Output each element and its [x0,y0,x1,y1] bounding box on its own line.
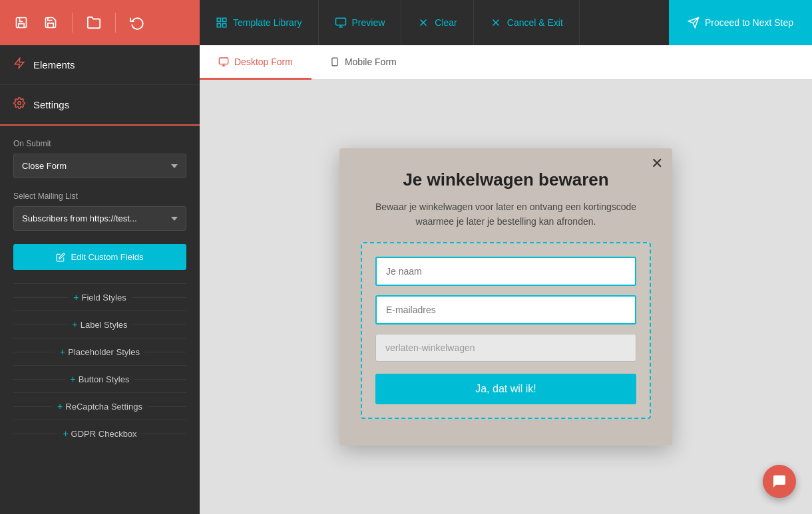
toolbar-right: Template Library Preview Clear Cancel & … [200,0,812,45]
sidebar: Elements Settings On Submit Close Form S… [0,45,200,514]
modal-description: Bewaar je winkelwagen voor later en ontv… [361,199,651,229]
folder-icon [87,15,101,30]
tab-desktop[interactable]: Desktop Form [200,46,311,80]
template-library-icon [216,17,228,29]
open-folder-button[interactable] [83,12,104,33]
accordion-text: Label Styles [81,320,128,330]
accordion-plus-icon: + [63,428,68,439]
edit-custom-fields-label: Edit Custom Fields [71,252,143,262]
email-input[interactable] [375,295,636,324]
accordion-item[interactable]: + GDPR Checkbox [13,420,186,447]
on-submit-select[interactable]: Close Form [13,154,186,178]
save-alt-button[interactable] [40,12,61,33]
proceed-button[interactable]: Proceed to Next Step [669,0,812,45]
accordion-item[interactable]: + Placeholder Styles [13,338,186,365]
accordion-label: + GDPR Checkbox [57,428,142,439]
preview-label: Preview [352,17,385,28]
chat-icon [771,473,787,489]
clear-label: Clear [435,17,457,28]
save-button[interactable] [11,12,32,33]
accordion-item[interactable]: + Button Styles [13,365,186,392]
undo-icon [130,15,144,30]
svg-point-15 [18,102,21,105]
svg-rect-2 [223,18,226,21]
accordion-item[interactable]: + Label Styles [13,311,186,338]
edit-icon [56,253,65,262]
toolbar-divider [72,13,73,33]
svg-marker-14 [15,59,24,68]
accordion-line-right [133,324,187,325]
clear-icon [417,17,429,29]
accordion-line-left [13,324,67,325]
accordion-item[interactable]: + Field Styles [13,283,186,311]
accordion-line-left [13,297,68,298]
sidebar-item-elements[interactable]: Elements [0,45,200,85]
accordion-plus-icon: + [57,401,63,412]
modal-form: verlaten-winkelwagen Ja, dat wil ik! [361,242,651,419]
svg-rect-5 [335,18,345,25]
tab-desktop-label: Desktop Form [234,57,293,67]
accordion-plus-icon: + [73,319,78,330]
elements-label: Elements [33,59,75,70]
canvas: ✕ Je winkelwagen bewaren Bewaar je winke… [200,80,812,514]
accordion-text: Field Styles [82,293,126,303]
toolbar-left [0,0,200,45]
accordion-text: Button Styles [79,374,130,384]
clear-button[interactable]: Clear [401,0,473,45]
modal-submit-button[interactable]: Ja, dat wil ik! [375,374,636,404]
preview-icon [335,17,347,29]
mailing-list-select[interactable]: Subscribers from https://test... [13,206,186,231]
accordion-line-right [132,297,186,298]
content-area: Desktop Form Mobile Form ✕ Je winkelwage… [200,45,812,514]
accordion-item[interactable]: + ReCaptcha Settings [13,392,186,420]
modal-popup: ✕ Je winkelwagen bewaren Bewaar je winke… [339,148,672,446]
elements-icon [13,57,25,72]
main-area: Elements Settings On Submit Close Form S… [0,45,812,514]
accordion-container: + Field Styles + Label Styles + Placehol… [13,283,186,447]
accordion-line-right [148,406,186,407]
chat-bubble-button[interactable] [763,465,796,498]
cancel-exit-label: Cancel & Exit [507,17,563,28]
accordion-line-left [13,379,65,380]
accordion-plus-icon: + [73,292,79,303]
on-submit-label: On Submit [13,139,186,148]
accordion-label: + Field Styles [68,292,131,303]
modal-close-button[interactable]: ✕ [651,156,663,171]
accordion-line-right [142,434,186,434]
accordion-text: GDPR Checkbox [71,429,137,439]
accordion-label: + Placeholder Styles [55,346,145,357]
accordion-line-right [134,379,186,380]
accordion-text: Placeholder Styles [68,347,140,357]
tabs-bar: Desktop Form Mobile Form [200,45,812,80]
undo-button[interactable] [126,12,148,33]
accordion-line-left [13,434,57,434]
name-input[interactable] [375,257,636,286]
accordion-label: + Button Styles [65,374,135,384]
tab-mobile[interactable]: Mobile Form [311,46,415,80]
accordion-line-left [13,406,52,407]
edit-custom-fields-button[interactable]: Edit Custom Fields [13,244,186,270]
toolbar-divider-2 [115,13,116,33]
accordion-line-right [145,352,186,352]
template-library-button[interactable]: Template Library [200,0,319,45]
svg-rect-3 [223,24,226,27]
cancel-exit-button[interactable]: Cancel & Exit [474,0,580,45]
svg-rect-0 [17,18,27,28]
mailing-list-group: Select Mailing List Subscribers from htt… [13,192,186,231]
tab-mobile-label: Mobile Form [345,57,397,67]
toolbar: Template Library Preview Clear Cancel & … [0,0,812,45]
accordion-line-left [13,352,55,352]
svg-rect-19 [332,58,337,66]
sidebar-settings-content: On Submit Close Form Select Mailing List… [0,126,200,460]
accordion-plus-icon: + [60,346,65,357]
accordion-label: + ReCaptcha Settings [52,401,148,412]
cancel-icon [490,17,502,29]
preview-button[interactable]: Preview [319,0,402,45]
save-alt-icon [44,16,57,29]
proceed-icon [688,17,700,29]
svg-rect-16 [219,58,228,64]
sidebar-item-settings[interactable]: Settings [0,85,200,126]
accordion-label: + Label Styles [67,319,133,330]
settings-label: Settings [33,99,69,110]
save-icon [15,16,28,29]
